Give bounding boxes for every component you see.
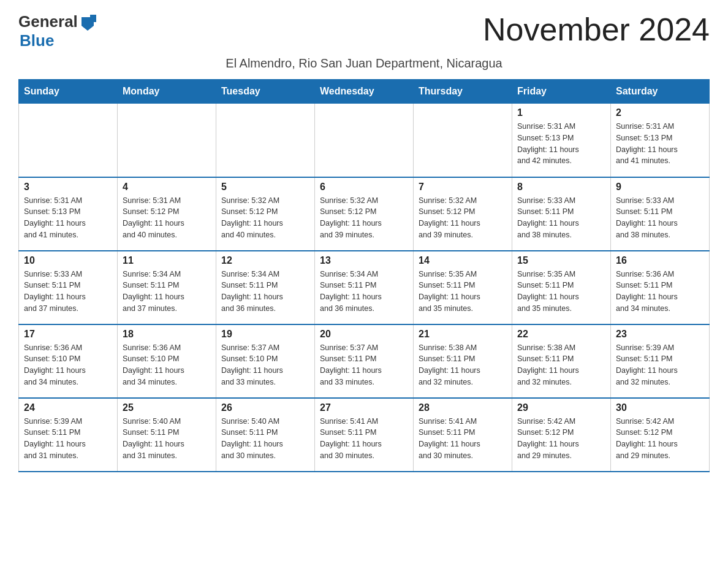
day-info: Sunrise: 5:34 AM Sunset: 5:11 PM Dayligh…: [123, 269, 211, 315]
calendar-cell: 14Sunrise: 5:35 AM Sunset: 5:11 PM Dayli…: [414, 251, 512, 324]
day-info: Sunrise: 5:42 AM Sunset: 5:12 PM Dayligh…: [517, 416, 605, 462]
day-number: 24: [24, 402, 112, 413]
calendar-cell: 3Sunrise: 5:31 AM Sunset: 5:13 PM Daylig…: [19, 177, 118, 251]
calendar-week-row: 10Sunrise: 5:33 AM Sunset: 5:11 PM Dayli…: [19, 251, 710, 324]
day-info: Sunrise: 5:36 AM Sunset: 5:11 PM Dayligh…: [616, 269, 704, 315]
day-number: 7: [419, 182, 507, 193]
calendar-header-row: SundayMondayTuesdayWednesdayThursdayFrid…: [19, 80, 710, 104]
calendar-cell: [118, 104, 216, 177]
day-info: Sunrise: 5:36 AM Sunset: 5:10 PM Dayligh…: [24, 342, 112, 388]
day-info: Sunrise: 5:37 AM Sunset: 5:11 PM Dayligh…: [320, 342, 408, 388]
svg-marker-2: [90, 15, 96, 22]
calendar-cell: 11Sunrise: 5:34 AM Sunset: 5:11 PM Dayli…: [118, 251, 216, 324]
day-info: Sunrise: 5:32 AM Sunset: 5:12 PM Dayligh…: [221, 195, 309, 241]
day-number: 16: [616, 255, 704, 266]
day-info: Sunrise: 5:39 AM Sunset: 5:11 PM Dayligh…: [616, 342, 704, 388]
calendar-cell: [414, 104, 512, 177]
calendar-cell: 29Sunrise: 5:42 AM Sunset: 5:12 PM Dayli…: [512, 398, 611, 472]
calendar-cell: 7Sunrise: 5:32 AM Sunset: 5:12 PM Daylig…: [414, 177, 512, 251]
day-info: Sunrise: 5:33 AM Sunset: 5:11 PM Dayligh…: [517, 195, 605, 241]
calendar-cell: 4Sunrise: 5:31 AM Sunset: 5:12 PM Daylig…: [118, 177, 216, 251]
calendar-cell: 1Sunrise: 5:31 AM Sunset: 5:13 PM Daylig…: [512, 104, 611, 177]
calendar-cell: 8Sunrise: 5:33 AM Sunset: 5:11 PM Daylig…: [512, 177, 611, 251]
page-header: General Blue November 2024: [18, 12, 710, 50]
calendar-cell: 19Sunrise: 5:37 AM Sunset: 5:10 PM Dayli…: [216, 324, 315, 398]
day-info: Sunrise: 5:38 AM Sunset: 5:11 PM Dayligh…: [419, 342, 507, 388]
calendar-week-row: 1Sunrise: 5:31 AM Sunset: 5:13 PM Daylig…: [19, 104, 710, 177]
day-info: Sunrise: 5:31 AM Sunset: 5:13 PM Dayligh…: [616, 121, 704, 167]
day-info: Sunrise: 5:33 AM Sunset: 5:11 PM Dayligh…: [616, 195, 704, 241]
day-info: Sunrise: 5:40 AM Sunset: 5:11 PM Dayligh…: [221, 416, 309, 462]
day-number: 27: [320, 402, 408, 413]
calendar-cell: 23Sunrise: 5:39 AM Sunset: 5:11 PM Dayli…: [611, 324, 710, 398]
calendar-header-tuesday: Tuesday: [216, 80, 315, 104]
day-info: Sunrise: 5:37 AM Sunset: 5:10 PM Dayligh…: [221, 342, 309, 388]
calendar-cell: 16Sunrise: 5:36 AM Sunset: 5:11 PM Dayli…: [611, 251, 710, 324]
day-number: 6: [320, 182, 408, 193]
day-number: 2: [616, 107, 704, 118]
day-number: 9: [616, 182, 704, 193]
day-number: 19: [221, 329, 309, 340]
day-number: 23: [616, 329, 704, 340]
day-info: Sunrise: 5:41 AM Sunset: 5:11 PM Dayligh…: [320, 416, 408, 462]
calendar-cell: 24Sunrise: 5:39 AM Sunset: 5:11 PM Dayli…: [19, 398, 118, 472]
day-number: 5: [221, 182, 309, 193]
calendar-cell: 12Sunrise: 5:34 AM Sunset: 5:11 PM Dayli…: [216, 251, 315, 324]
day-number: 20: [320, 329, 408, 340]
calendar-cell: 10Sunrise: 5:33 AM Sunset: 5:11 PM Dayli…: [19, 251, 118, 324]
day-number: 30: [616, 402, 704, 413]
logo-general-text: General: [18, 12, 78, 31]
day-number: 14: [419, 255, 507, 266]
calendar-cell: 30Sunrise: 5:42 AM Sunset: 5:12 PM Dayli…: [611, 398, 710, 472]
day-info: Sunrise: 5:31 AM Sunset: 5:12 PM Dayligh…: [123, 195, 211, 241]
calendar-cell: 25Sunrise: 5:40 AM Sunset: 5:11 PM Dayli…: [118, 398, 216, 472]
calendar-cell: 5Sunrise: 5:32 AM Sunset: 5:12 PM Daylig…: [216, 177, 315, 251]
calendar-cell: 22Sunrise: 5:38 AM Sunset: 5:11 PM Dayli…: [512, 324, 611, 398]
day-info: Sunrise: 5:39 AM Sunset: 5:11 PM Dayligh…: [24, 416, 112, 462]
logo: General Blue: [18, 12, 96, 50]
calendar-cell: 20Sunrise: 5:37 AM Sunset: 5:11 PM Dayli…: [315, 324, 414, 398]
day-number: 25: [123, 402, 211, 413]
calendar-header-friday: Friday: [512, 80, 611, 104]
month-title-block: November 2024: [483, 12, 710, 47]
location-subtitle: El Almendro, Rio San Juan Department, Ni…: [18, 56, 710, 71]
day-number: 11: [123, 255, 211, 266]
day-number: 18: [123, 329, 211, 340]
day-number: 29: [517, 402, 605, 413]
calendar-cell: 13Sunrise: 5:34 AM Sunset: 5:11 PM Dayli…: [315, 251, 414, 324]
calendar-cell: [216, 104, 315, 177]
logo-blue-text: Blue: [20, 31, 54, 50]
calendar-header-thursday: Thursday: [414, 80, 512, 104]
day-info: Sunrise: 5:35 AM Sunset: 5:11 PM Dayligh…: [517, 269, 605, 315]
day-info: Sunrise: 5:36 AM Sunset: 5:10 PM Dayligh…: [123, 342, 211, 388]
day-number: 26: [221, 402, 309, 413]
calendar-header-saturday: Saturday: [611, 80, 710, 104]
day-number: 12: [221, 255, 309, 266]
calendar-cell: 2Sunrise: 5:31 AM Sunset: 5:13 PM Daylig…: [611, 104, 710, 177]
calendar-cell: 28Sunrise: 5:41 AM Sunset: 5:11 PM Dayli…: [414, 398, 512, 472]
day-number: 15: [517, 255, 605, 266]
day-info: Sunrise: 5:34 AM Sunset: 5:11 PM Dayligh…: [221, 269, 309, 315]
calendar-cell: [315, 104, 414, 177]
day-number: 4: [123, 182, 211, 193]
calendar-cell: 15Sunrise: 5:35 AM Sunset: 5:11 PM Dayli…: [512, 251, 611, 324]
calendar-cell: 27Sunrise: 5:41 AM Sunset: 5:11 PM Dayli…: [315, 398, 414, 472]
calendar-cell: 26Sunrise: 5:40 AM Sunset: 5:11 PM Dayli…: [216, 398, 315, 472]
day-number: 22: [517, 329, 605, 340]
day-info: Sunrise: 5:32 AM Sunset: 5:12 PM Dayligh…: [419, 195, 507, 241]
month-title: November 2024: [483, 12, 710, 47]
calendar-header-wednesday: Wednesday: [315, 80, 414, 104]
day-number: 28: [419, 402, 507, 413]
day-info: Sunrise: 5:33 AM Sunset: 5:11 PM Dayligh…: [24, 269, 112, 315]
day-info: Sunrise: 5:35 AM Sunset: 5:11 PM Dayligh…: [419, 269, 507, 315]
calendar-cell: 6Sunrise: 5:32 AM Sunset: 5:12 PM Daylig…: [315, 177, 414, 251]
calendar-cell: 9Sunrise: 5:33 AM Sunset: 5:11 PM Daylig…: [611, 177, 710, 251]
day-number: 1: [517, 107, 605, 118]
day-number: 3: [24, 182, 112, 193]
calendar-cell: 18Sunrise: 5:36 AM Sunset: 5:10 PM Dayli…: [118, 324, 216, 398]
calendar-cell: [19, 104, 118, 177]
calendar-header-sunday: Sunday: [19, 80, 118, 104]
day-info: Sunrise: 5:38 AM Sunset: 5:11 PM Dayligh…: [517, 342, 605, 388]
calendar-table: SundayMondayTuesdayWednesdayThursdayFrid…: [18, 79, 710, 472]
calendar-cell: 21Sunrise: 5:38 AM Sunset: 5:11 PM Dayli…: [414, 324, 512, 398]
